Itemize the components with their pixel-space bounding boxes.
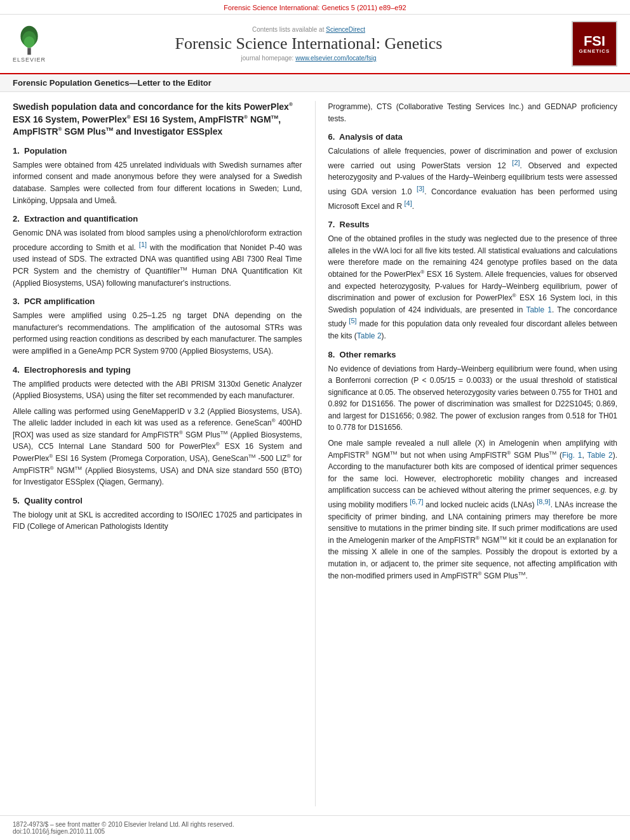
article-type-bar: Forensic Population Genetics—Letter to t… <box>0 74 630 92</box>
page-wrapper: Forensic Science International: Genetics… <box>0 0 630 840</box>
section-4-text: The amplified products were detected wit… <box>13 378 302 402</box>
ref-3[interactable]: [3] <box>417 185 424 192</box>
section-3-heading: 3. PCR amplification <box>13 297 302 306</box>
fig-1-link[interactable]: Fig. 1 <box>562 451 582 460</box>
section-7-heading: 7. Results <box>328 220 618 229</box>
section-5-cont-text: Programme), CTS (Collaborative Testing S… <box>328 101 618 124</box>
header-center: Contents lists available at ScienceDirec… <box>52 26 565 62</box>
section-2-text: Genomic DNA was isolated from blood samp… <box>13 227 302 289</box>
footer-doi: doi:10.1016/j.fsigen.2010.11.005 <box>13 828 617 835</box>
homepage-label: journal homepage: <box>241 55 294 62</box>
elsevier-logo: ELSEVIER <box>13 25 46 63</box>
section-1-text: Samples were obtained from 425 unrelated… <box>13 159 302 206</box>
article-content: Swedish population data and concordance … <box>0 92 630 815</box>
section-8-heading: 8. Other remarks <box>328 350 618 359</box>
header-left: ELSEVIER <box>13 25 46 63</box>
svg-point-3 <box>24 36 34 48</box>
article-footer: 1872-4973/$ – see front matter © 2010 El… <box>0 815 630 840</box>
article-title: Swedish population data and concordance … <box>13 101 302 138</box>
journal-homepage: journal homepage: www.elsevier.com/locat… <box>52 55 565 62</box>
logo-genetics: GENETICS <box>579 48 610 54</box>
section-4-heading: 4. Electrophoresis and typing <box>13 365 302 375</box>
logo-fsi: FSI <box>584 34 605 48</box>
citation-bar: Forensic Science International: Genetics… <box>0 0 630 15</box>
column-divider <box>315 101 316 806</box>
journal-title: Forensic Science International: Genetics <box>52 34 565 53</box>
contents-text: Contents lists available at <box>252 26 324 33</box>
sciencedirect-line: Contents lists available at ScienceDirec… <box>52 26 565 33</box>
svg-rect-0 <box>27 48 30 55</box>
ref-1[interactable]: [1] <box>139 241 147 248</box>
section-2-heading: 2. Extraction and quantification <box>13 214 302 223</box>
elsevier-tree-icon <box>13 25 45 57</box>
ref-4[interactable]: [4] <box>405 199 412 207</box>
section-3-text: Samples were amplified using 0.25–1.25 n… <box>13 310 302 357</box>
elsevier-label: ELSEVIER <box>13 57 46 63</box>
left-column: Swedish population data and concordance … <box>13 101 302 806</box>
right-column: Programme), CTS (Collaborative Testing S… <box>328 101 618 806</box>
footer-issn: 1872-4973/$ – see front matter © 2010 El… <box>13 821 617 828</box>
table-1-link[interactable]: Table 1 <box>526 305 552 314</box>
ref-5[interactable]: [5] <box>349 317 356 324</box>
sciencedirect-link[interactable]: ScienceDirect <box>326 26 365 33</box>
section-7-text: One of the obtained profiles in the stud… <box>328 233 618 342</box>
section-5-heading: 5. Quality control <box>13 496 302 505</box>
citation-text: Forensic Science International: Genetics… <box>224 4 406 11</box>
ref-8-9[interactable]: [8,9] <box>537 498 550 505</box>
ref-6-7[interactable]: [6,7] <box>410 498 423 505</box>
table-2-link-2[interactable]: Table 2 <box>587 451 612 460</box>
section-1-heading: 1. Population <box>13 146 302 156</box>
ref-2[interactable]: [2] <box>512 159 519 166</box>
homepage-link[interactable]: www.elsevier.com/locate/fsig <box>295 55 376 62</box>
table-2-link[interactable]: Table 2 <box>357 331 382 340</box>
article-type-text: Forensic Population Genetics—Letter to t… <box>13 78 211 88</box>
section-6-heading: 6. Analysis of data <box>328 132 618 142</box>
section-4-text-2: Allele calling was performed using GeneM… <box>13 406 302 488</box>
journal-logo: FSI GENETICS <box>572 21 617 67</box>
section-6-text: Calculations of allele frequencies, powe… <box>328 145 618 212</box>
section-5-text: The biology unit at SKL is accredited ac… <box>13 509 302 533</box>
journal-header: ELSEVIER Contents lists available at Sci… <box>0 15 630 74</box>
section-8-text: No evidence of deviations from Hardy–Wei… <box>328 363 618 434</box>
section-8-text-2: One male sample revealed a null allele (… <box>328 437 618 582</box>
